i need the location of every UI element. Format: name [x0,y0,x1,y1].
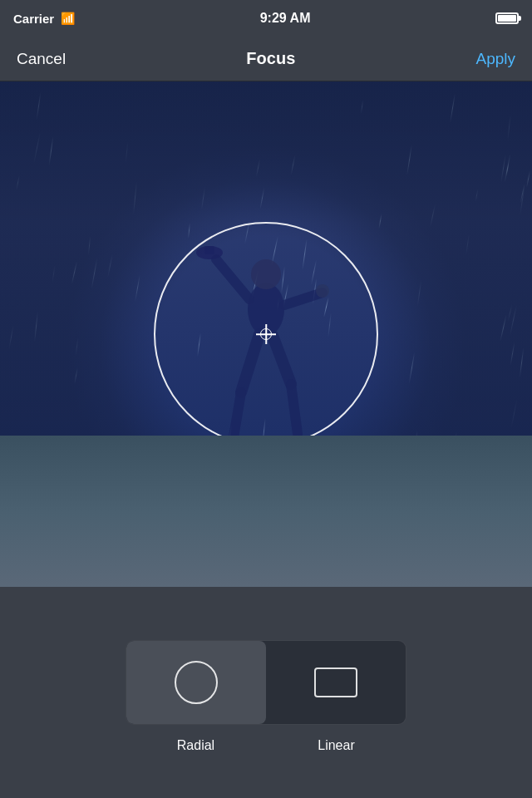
svg-point-12 [253,454,255,456]
bottom-toolbar: Radial Linear [0,587,532,798]
svg-point-13 [280,451,283,454]
wifi-icon: 📶 [61,12,75,25]
svg-line-5 [284,293,323,305]
radial-mode-button[interactable] [126,641,266,724]
status-time: 9:29 AM [260,11,311,26]
svg-line-9 [273,336,291,384]
svg-line-8 [233,392,241,442]
svg-rect-4 [204,246,214,254]
svg-line-7 [241,334,259,392]
cancel-button[interactable]: Cancel [17,50,66,68]
svg-point-0 [248,283,284,336]
status-right [495,12,519,24]
svg-point-1 [251,259,281,289]
linear-mode-button[interactable] [266,641,406,724]
image-container[interactable] [0,81,532,587]
mode-labels: Radial Linear [126,738,406,753]
status-bar: Carrier 📶 9:29 AM [0,0,532,37]
nav-title: Focus [246,49,295,68]
svg-point-11 [264,449,268,452]
nav-bar: Cancel Focus Apply [0,37,532,81]
svg-point-6 [316,284,329,298]
status-left: Carrier 📶 [13,12,75,26]
radial-label: Radial [126,738,266,753]
circle-icon [175,661,218,704]
radial-mode-icon [175,661,218,704]
battery-icon [495,12,519,24]
linear-label: Linear [267,738,406,753]
linear-mode-icon [314,667,357,697]
mode-selector [126,640,406,725]
svg-line-10 [291,384,298,434]
dancer-figure [183,176,349,492]
carrier-label: Carrier [13,12,54,26]
apply-button[interactable]: Apply [475,50,515,68]
rect-icon [314,667,357,697]
scene [0,81,532,587]
svg-line-2 [216,259,249,299]
